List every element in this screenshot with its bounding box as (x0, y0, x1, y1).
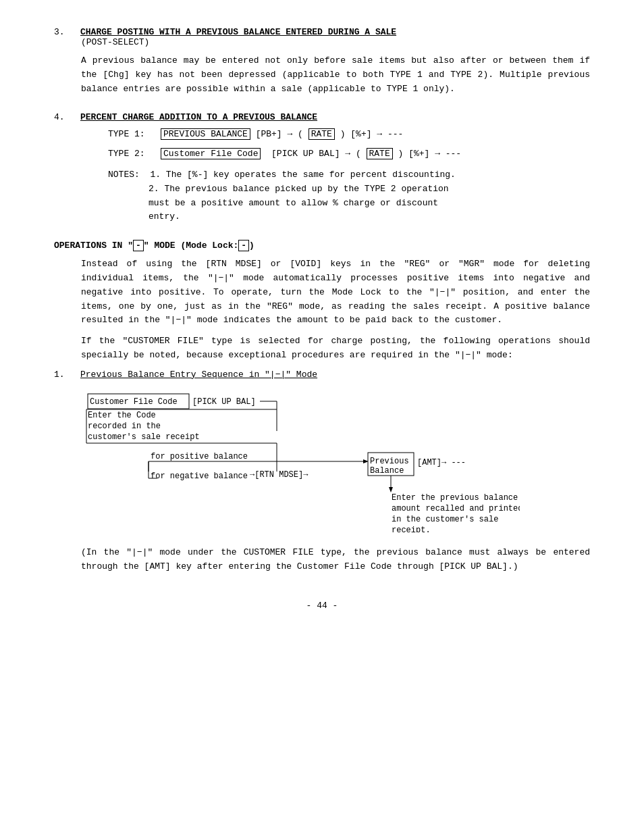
flow-diagram: Customer File Code [PICK UP BAL] Enter t… (81, 390, 590, 535)
svg-text:Enter the previous balance: Enter the previous balance (392, 493, 518, 503)
svg-text:Customer File Code: Customer File Code (90, 397, 178, 407)
operations-para1: Instead of using the [RTN MDSE] or [VOID… (81, 257, 590, 328)
svg-text:recorded in the: recorded in the (88, 422, 161, 431)
operations-para2: If the "CUSTOMER FILE" type is selected … (81, 334, 590, 363)
type2-line: TYPE 2: Customer File Code [PICK UP BAL]… (108, 147, 590, 161)
type1-line: TYPE 1: PREVIOUS BALANCE [PB+] → ( RATE … (108, 128, 590, 142)
note2-line2: must be a positive amount to allow % cha… (149, 197, 590, 211)
note2-line3: entry. (149, 210, 590, 224)
type1-box2: RATE (308, 128, 335, 140)
item1-heading-line: 1. Previous Balance Entry Sequence in "|… (54, 370, 590, 380)
type1-box1: PREVIOUS BALANCE (161, 128, 250, 140)
notes-block: NOTES: 1. The [%-] key operates the same… (108, 168, 590, 224)
type2-box2: RATE (367, 148, 393, 159)
section-4-title: 4. PERCENT CHARGE ADDITION TO A PREVIOUS… (54, 112, 590, 122)
svg-text:→[RTN MDSE]→: →[RTN MDSE]→ (250, 470, 308, 480)
type2-end: ) [%+] → --- (398, 149, 462, 159)
section-4-number: 4. (54, 112, 65, 122)
section-4: 4. PERCENT CHARGE ADDITION TO A PREVIOUS… (54, 112, 590, 224)
svg-text:customer's sale receipt: customer's sale receipt (88, 432, 200, 442)
section-4-heading: PERCENT CHARGE ADDITION TO A PREVIOUS BA… (80, 112, 317, 122)
notes-label: NOTES: 1. The [%-] key operates the same… (108, 168, 590, 182)
svg-text:[PICK UP BAL]: [PICK UP BAL] (192, 397, 256, 407)
svg-text:Previous: Previous (370, 457, 409, 466)
svg-marker-25 (389, 487, 393, 492)
section-3-para1: A previous balance may be entered not on… (81, 54, 590, 96)
operations-heading: OPERATIONS IN "-" MODE (Mode Lock:-) (54, 240, 590, 251)
svg-text:Enter the Code: Enter the Code (88, 411, 156, 420)
type2-box1: Customer File Code (161, 148, 261, 159)
section-3-title: 3. CHARGE POSTING WITH A PREVIOUS BALANC… (54, 27, 590, 37)
page-number: - 44 - (54, 601, 590, 611)
page: 3. CHARGE POSTING WITH A PREVIOUS BALANC… (0, 0, 644, 837)
note2-line1: 2. The previous balance picked up by the… (149, 182, 590, 197)
section-3-subheading: (POST-SELECT) (81, 37, 590, 47)
item1-heading: Previous Balance Entry Sequence in "|−|"… (80, 370, 317, 380)
type1-label: TYPE 1: (108, 129, 145, 139)
operations-section: OPERATIONS IN "-" MODE (Mode Lock:-) Ins… (54, 240, 590, 574)
section-3: 3. CHARGE POSTING WITH A PREVIOUS BALANC… (54, 27, 590, 96)
final-para: (In the "|−|" mode under the CUSTOMER FI… (81, 546, 590, 574)
mode-box: - (133, 240, 144, 251)
svg-text:Balance: Balance (370, 466, 404, 476)
type1-mid: [PB+] → ( (256, 129, 303, 139)
svg-text:receipt.: receipt. (392, 526, 431, 532)
item1-number: 1. (54, 370, 65, 380)
note1: 1. The [%-] key operates the same for pe… (150, 170, 455, 180)
section-3-heading: CHARGE POSTING WITH A PREVIOUS BALANCE E… (80, 27, 396, 37)
type2-label: TYPE 2: (108, 149, 145, 159)
type2-mid: [PICK UP BAL] → ( (266, 149, 360, 159)
svg-text:for positive balance: for positive balance (151, 452, 248, 461)
svg-text:[AMT]→ ---: [AMT]→ --- (417, 458, 466, 467)
type1-end: ) [%+] → --- (340, 129, 404, 139)
section-3-number: 3. (54, 27, 65, 37)
svg-text:amount recalled and printed: amount recalled and printed (392, 504, 520, 513)
svg-text:for negative balance: for negative balance (151, 472, 248, 481)
mode-lock-box: - (238, 240, 249, 251)
svg-text:in the customer's sale: in the customer's sale (392, 515, 498, 524)
flow-svg: Customer File Code [PICK UP BAL] Enter t… (81, 390, 520, 532)
